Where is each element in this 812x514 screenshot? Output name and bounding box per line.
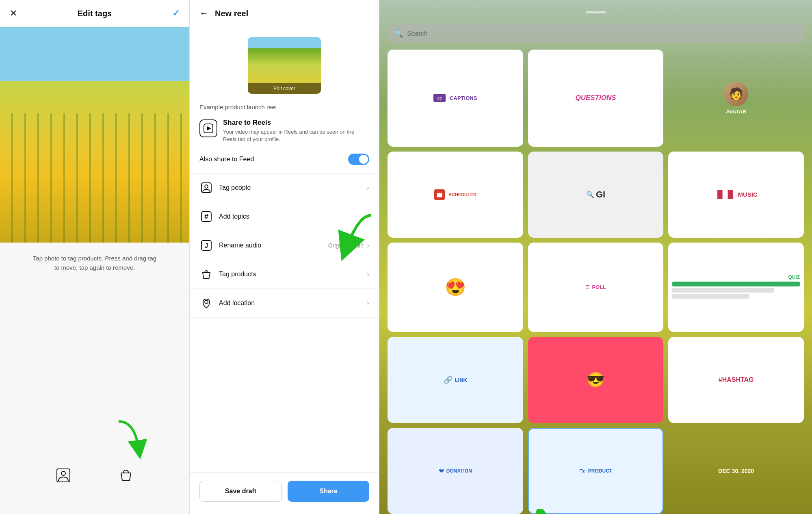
sticker-link[interactable]: 🔗 LINK <box>388 337 523 423</box>
svg-point-2 <box>61 471 65 475</box>
sticker-music[interactable]: ▐▌▐▌ MUSIC <box>668 152 804 238</box>
menu-item-tag-people[interactable]: Tag people › <box>190 174 379 202</box>
scheduled-icon <box>434 189 445 200</box>
confirm-icon[interactable]: ✓ <box>172 8 180 19</box>
menu-item-rename-audio[interactable]: J Rename audio Original Audio › <box>190 231 379 260</box>
scheduled-content: SCHEDULED <box>434 189 476 200</box>
link-content: 🔗 LINK <box>444 375 467 384</box>
tag-people-icon <box>199 181 213 195</box>
share-text-group: Share to Reels Your video may appear in … <box>223 119 369 143</box>
tag-product-icon[interactable] <box>115 464 137 486</box>
photo-container[interactable] <box>0 27 189 243</box>
scheduled-label: SCHEDULED <box>449 192 476 197</box>
sticker-gi[interactable]: 🔍 GI <box>528 152 664 238</box>
poll-icon: ≡ <box>585 283 590 291</box>
sticker-poll[interactable]: ≡ POLL <box>528 243 664 332</box>
donation-icon: ❤ <box>439 467 444 475</box>
play-icon <box>203 123 214 134</box>
sticker-emoji-heart[interactable]: 😍 <box>388 243 523 332</box>
reel-description: Example product launch reel <box>190 99 379 119</box>
hashtag-label: #HASHTAG <box>719 376 754 384</box>
search-placeholder: Search <box>407 30 428 37</box>
sticker-captions[interactable]: cc CAPTIONS <box>388 50 523 147</box>
close-icon[interactable]: ✕ <box>10 8 17 19</box>
sticker-questions[interactable]: QUESTIONS <box>528 50 664 147</box>
tag-products-chevron: › <box>367 270 369 279</box>
captions-label: CAPTIONS <box>450 95 477 101</box>
emoji-heart-icon: 😍 <box>445 277 466 297</box>
new-reel-panel: ← New reel Edit cover Example product la… <box>190 0 379 514</box>
product-content: 🛍 PRODUCT <box>579 467 612 475</box>
edit-tags-title: Edit tags <box>78 9 112 18</box>
cover-thumbnail[interactable]: Edit cover <box>248 37 321 94</box>
avatar-label: AVATAR <box>726 108 746 115</box>
menu-item-add-topics[interactable]: # Add topics › <box>190 202 379 231</box>
sticker-scheduled[interactable]: SCHEDULED <box>388 152 523 238</box>
music-bars-icon: ▐▌▐▌ <box>715 190 735 199</box>
add-topics-label: Add topics <box>219 213 367 220</box>
flowers-stems <box>0 113 189 243</box>
also-share-toggle[interactable] <box>348 154 369 165</box>
poll-label: POLL <box>592 284 606 290</box>
caption-area: Tap photo to tag products. Press and dra… <box>0 243 189 514</box>
quiz-bar-3 <box>672 294 749 299</box>
edit-tags-panel: ✕ Edit tags ✓ Tap photo to tag products.… <box>0 0 190 514</box>
edit-cover-label[interactable]: Edit cover <box>248 83 321 94</box>
sticker-quiz[interactable]: QUIZ <box>668 243 804 332</box>
music-content: ▐▌▐▌ MUSIC <box>715 190 757 199</box>
add-topics-icon: # <box>199 210 213 223</box>
caption-text: Tap photo to tag products. Press and dra… <box>30 254 160 272</box>
svg-text:#: # <box>204 213 208 221</box>
svg-text:J: J <box>205 242 208 249</box>
product-bag-icon: 🛍 <box>579 467 586 475</box>
sticker-date: DEC 30, 2020 <box>668 428 804 514</box>
back-icon[interactable]: ← <box>199 8 208 19</box>
also-share-feed-label: Also share to Feed <box>199 156 254 163</box>
tag-people-chevron: › <box>367 184 369 192</box>
menu-item-tag-products[interactable]: Tag products › <box>190 260 379 289</box>
svg-marker-4 <box>207 126 211 130</box>
link-label: LINK <box>455 377 467 383</box>
stickers-panel: 🔍 Search cc CAPTIONS QUESTIONS 🧑 AVATAR <box>379 0 812 514</box>
rename-audio-label: Rename audio <box>219 242 328 249</box>
svg-point-6 <box>205 185 208 188</box>
date-label: DEC 30, 2020 <box>718 468 754 474</box>
green-arrow-1 <box>110 417 147 462</box>
menu-item-add-location[interactable]: Add location › <box>190 289 379 318</box>
rename-audio-icon: J <box>199 239 213 252</box>
donation-content: ❤ DONATION <box>439 467 472 475</box>
sticker-face-filter[interactable]: 😎 <box>528 337 664 423</box>
tag-people-label: Tag people <box>219 184 367 191</box>
music-label: MUSIC <box>738 191 757 198</box>
svg-rect-15 <box>440 192 441 193</box>
stickers-grid: cc CAPTIONS QUESTIONS 🧑 AVATAR <box>379 50 812 514</box>
rename-audio-chevron: › <box>367 241 369 250</box>
share-button[interactable]: Share <box>288 481 369 502</box>
sticker-donation[interactable]: ❤ DONATION <box>388 428 523 514</box>
captions-content: cc CAPTIONS <box>433 94 477 102</box>
photo-background <box>0 27 189 243</box>
quiz-content: QUIZ <box>672 274 800 300</box>
new-reel-header: ← New reel <box>190 0 379 27</box>
rename-audio-value: Original Audio <box>328 242 364 249</box>
sticker-product[interactable]: 🛍 PRODUCT <box>528 428 664 514</box>
tag-products-icon <box>199 267 213 281</box>
product-label: PRODUCT <box>588 468 612 474</box>
save-draft-button[interactable]: Save draft <box>199 481 282 502</box>
drag-handle[interactable] <box>586 11 606 13</box>
add-topics-chevron: › <box>367 213 369 221</box>
svg-point-12 <box>205 300 208 304</box>
add-location-chevron: › <box>367 299 369 308</box>
also-share-feed-row: Also share to Feed <box>190 150 379 173</box>
share-to-reels-title: Share to Reels <box>223 119 369 127</box>
cover-section: Edit cover <box>190 27 379 99</box>
bottom-icons-row <box>52 464 137 503</box>
face-filter-icon: 😎 <box>587 371 605 388</box>
gi-label: GI <box>596 189 605 200</box>
stickers-search-bar[interactable]: 🔍 Search <box>388 24 804 43</box>
menu-list: Tag people › # Add topics › J Rename aud <box>190 173 379 472</box>
tag-person-icon[interactable] <box>52 464 74 486</box>
green-arrow-product <box>521 509 561 514</box>
sticker-hashtag[interactable]: #HASHTAG <box>668 337 804 423</box>
sticker-avatar[interactable]: 🧑 AVATAR <box>668 50 804 147</box>
